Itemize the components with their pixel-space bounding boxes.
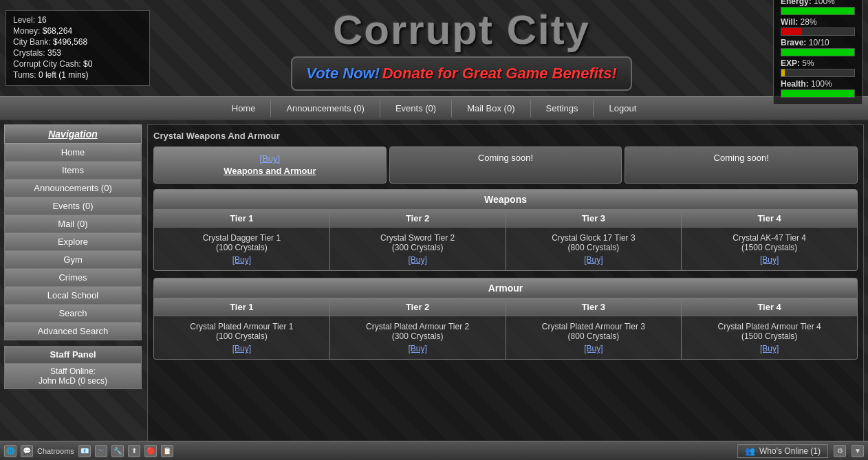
weapon-tier-1: Tier 1 Crystal Dagger Tier 1(100 Crystal… bbox=[154, 210, 330, 270]
sidebar-item-crimes[interactable]: Crimes bbox=[4, 269, 142, 287]
weapon-tier-2: Tier 2 Crystal Sword Tier 2(300 Crystals… bbox=[330, 210, 506, 270]
taskbar-chevron-icon[interactable]: ▼ bbox=[851, 445, 864, 457]
weapon-tier-2-header: Tier 2 bbox=[330, 210, 506, 228]
citybank-stat: City Bank: $496,568 bbox=[13, 37, 142, 47]
armour-tier-3-buy[interactable]: [Buy] bbox=[584, 344, 603, 353]
header: Level: 16 Money: $68,264 City Bank: $496… bbox=[0, 0, 868, 96]
vote-text[interactable]: Vote Now! bbox=[306, 65, 380, 82]
nav-events[interactable]: Events (0) bbox=[380, 100, 452, 117]
weapon-tier-1-buy[interactable]: [Buy] bbox=[232, 255, 251, 265]
armour-tier-1: Tier 1 Crystal Plated Armour Tier 1(100 … bbox=[154, 298, 330, 359]
armour-header: Armour bbox=[153, 278, 858, 298]
armour-tier-4-buy[interactable]: [Buy] bbox=[760, 344, 779, 353]
health-stat: Health: 100% bbox=[781, 79, 855, 98]
tab-soon1[interactable]: Coming soon! bbox=[389, 146, 622, 184]
logo: Corrupt City bbox=[164, 6, 759, 54]
weapon-tier-2-name: Crystal Sword Tier 2(300 Crystals) bbox=[336, 233, 500, 252]
nav-mailbox[interactable]: Mail Box (0) bbox=[452, 100, 530, 117]
armour-tier-4-header: Tier 4 bbox=[682, 298, 857, 316]
armour-tier-3: Tier 3 Crystal Plated Armour Tier 3(800 … bbox=[506, 298, 682, 359]
sidebar-item-gym[interactable]: Gym bbox=[4, 251, 142, 269]
weapon-tier-4: Tier 4 Crystal AK-47 Tier 4(1500 Crystal… bbox=[682, 210, 857, 270]
main-layout: Navigation Home Items Announcements (0) … bbox=[0, 120, 868, 453]
armour-tier-2-name: Crystal Plated Armour Tier 2(300 Crystal… bbox=[336, 322, 500, 341]
brave-stat: Brave: 10/10 bbox=[781, 38, 855, 56]
armour-tier-3-header: Tier 3 bbox=[506, 298, 682, 316]
sidebar-item-events[interactable]: Events (0) bbox=[4, 197, 142, 215]
navbar: Home Announcements (0) Events (0) Mail B… bbox=[0, 96, 868, 120]
player-stats: Level: 16 Money: $68,264 City Bank: $496… bbox=[6, 10, 150, 86]
taskbar: 🌐 💬 Chatrooms 📧 🎮 🔧 ⬆ 🔴 📋 👥 Who's Online… bbox=[0, 441, 868, 460]
armour-tier-2: Tier 2 Crystal Plated Armour Tier 2(300 … bbox=[330, 298, 506, 359]
sidebar-item-mail[interactable]: Mail (0) bbox=[4, 215, 142, 233]
chatrooms-label[interactable]: Chatrooms bbox=[37, 447, 74, 455]
weapon-tier-4-name: Crystal AK-47 Tier 4(1500 Crystals) bbox=[687, 233, 851, 252]
tab-soon2[interactable]: Coming soon! bbox=[625, 146, 858, 184]
will-stat: Will: 28% bbox=[781, 17, 855, 36]
exp-stat: EXP: 5% bbox=[781, 58, 855, 77]
sidebar-staff-online: Staff Online: John McD (0 secs) bbox=[4, 364, 142, 389]
sidebar-item-localschool[interactable]: Local School bbox=[4, 287, 142, 305]
armour-tiers: Tier 1 Crystal Plated Armour Tier 1(100 … bbox=[153, 298, 858, 360]
weapon-tier-1-header: Tier 1 bbox=[154, 210, 329, 228]
weapon-tier-3-header: Tier 3 bbox=[506, 210, 682, 228]
sidebar-navigation-header: Navigation bbox=[4, 124, 142, 144]
armour-tier-4-name: Crystal Plated Armour Tier 4(1500 Crysta… bbox=[687, 322, 851, 341]
sidebar: Navigation Home Items Announcements (0) … bbox=[4, 124, 142, 449]
taskbar-icon-5[interactable]: ⬆ bbox=[128, 445, 140, 457]
crystals-stat: Crystals: 353 bbox=[13, 48, 142, 58]
energy-stat: Energy: 100% bbox=[781, 0, 855, 15]
armour-tier-1-buy[interactable]: [Buy] bbox=[232, 344, 251, 353]
weapon-tier-3-name: Crystal Glock 17 Tier 3(800 Crystals) bbox=[512, 233, 676, 252]
staff-panel-header: Staff Panel bbox=[4, 346, 142, 364]
taskbar-icon-7[interactable]: 📋 bbox=[161, 445, 173, 457]
armour-section: Armour Tier 1 Crystal Plated Armour Tier… bbox=[153, 278, 858, 360]
nav-logout[interactable]: Logout bbox=[594, 100, 651, 117]
sidebar-item-home[interactable]: Home bbox=[4, 144, 142, 162]
right-stats: Energy: 100% Will: 28% Brave: 10/10 EXP:… bbox=[773, 0, 862, 105]
weapon-tier-3: Tier 3 Crystal Glock 17 Tier 3(800 Cryst… bbox=[506, 210, 682, 270]
cash-stat: Corrupt City Cash: $0 bbox=[13, 59, 142, 69]
money-stat: Money: $68,264 bbox=[13, 26, 142, 36]
nav-settings[interactable]: Settings bbox=[531, 100, 594, 117]
nav-home[interactable]: Home bbox=[217, 100, 272, 117]
banner[interactable]: Vote Now! Donate for Great Game Benefits… bbox=[291, 56, 631, 91]
tabs-row: [Buy] [Buy] Weapons and Armour Weapons a… bbox=[153, 146, 858, 184]
taskbar-browser-icon[interactable]: 🌐 bbox=[4, 445, 17, 457]
taskbar-icon-4[interactable]: 🔧 bbox=[111, 445, 124, 457]
armour-tier-3-name: Crystal Plated Armour Tier 3(800 Crystal… bbox=[512, 322, 676, 341]
weapon-tier-4-buy[interactable]: [Buy] bbox=[760, 255, 779, 265]
taskbar-right: 👥 Who's Online (1) ⚙ ▼ bbox=[737, 444, 864, 458]
sidebar-item-advancedsearch[interactable]: Advanced Search bbox=[4, 322, 142, 340]
weapons-tiers: Tier 1 Crystal Dagger Tier 1(100 Crystal… bbox=[153, 210, 858, 271]
tab-buy[interactable]: [Buy] [Buy] Weapons and Armour Weapons a… bbox=[153, 146, 387, 184]
weapon-tier-4-header: Tier 4 bbox=[682, 210, 857, 228]
armour-tier-2-buy[interactable]: [Buy] bbox=[408, 344, 426, 353]
taskbar-icon-3[interactable]: 🎮 bbox=[95, 445, 107, 457]
people-icon: 👥 bbox=[745, 446, 755, 456]
sidebar-item-items[interactable]: Items bbox=[4, 162, 142, 179]
sidebar-item-announcements[interactable]: Announcements (0) bbox=[4, 179, 142, 197]
sidebar-item-explore[interactable]: Explore bbox=[4, 233, 142, 251]
armour-tier-2-header: Tier 2 bbox=[330, 298, 506, 316]
weapon-tier-1-name: Crystal Dagger Tier 1(100 Crystals) bbox=[160, 233, 324, 252]
donate-text[interactable]: Donate for Great Game Benefits! bbox=[382, 65, 617, 82]
armour-tier-1-name: Crystal Plated Armour Tier 1(100 Crystal… bbox=[160, 322, 324, 341]
header-center: Corrupt City Vote Now! Donate for Great … bbox=[150, 6, 773, 91]
weapon-tier-2-buy[interactable]: [Buy] bbox=[408, 255, 426, 265]
whos-online-label: Who's Online (1) bbox=[759, 446, 821, 456]
level-stat: Level: 16 bbox=[13, 15, 142, 25]
page-title: Crystal Weapons And Armour bbox=[153, 131, 858, 141]
weapon-tier-3-buy[interactable]: [Buy] bbox=[584, 255, 603, 265]
nav-announcements[interactable]: Announcements (0) bbox=[271, 100, 380, 117]
taskbar-chat-icon[interactable]: 💬 bbox=[21, 445, 33, 457]
content-area: Crystal Weapons And Armour [Buy] [Buy] W… bbox=[147, 124, 864, 449]
armour-tier-4: Tier 4 Crystal Plated Armour Tier 4(1500… bbox=[682, 298, 857, 359]
weapons-section: Weapons Tier 1 Crystal Dagger Tier 1(100… bbox=[153, 189, 858, 271]
taskbar-icon-2[interactable]: 📧 bbox=[78, 445, 91, 457]
armour-tier-1-header: Tier 1 bbox=[154, 298, 329, 316]
sidebar-item-search[interactable]: Search bbox=[4, 305, 142, 322]
whos-online[interactable]: 👥 Who's Online (1) bbox=[737, 444, 828, 458]
taskbar-settings-icon[interactable]: ⚙ bbox=[834, 445, 846, 457]
taskbar-icon-6[interactable]: 🔴 bbox=[144, 445, 157, 457]
